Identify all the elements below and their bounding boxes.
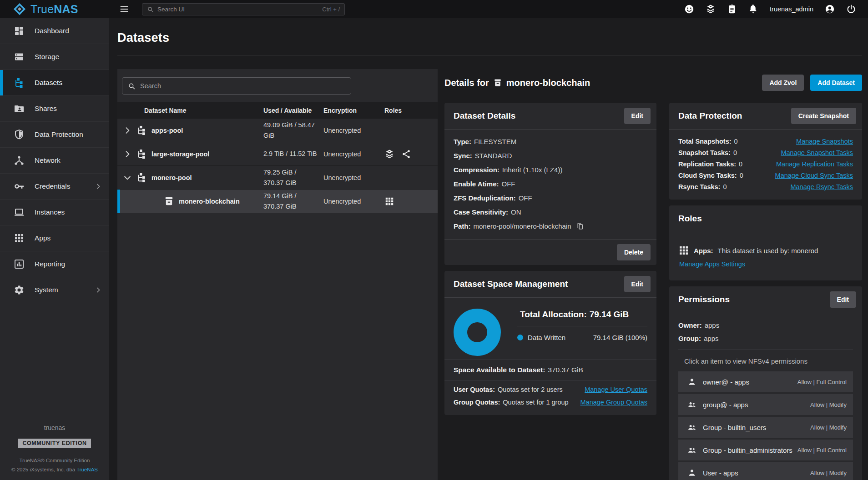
permission-level: Allow | Full Control xyxy=(797,379,847,385)
permissions-title: Permissions xyxy=(678,295,730,305)
alerts-bell-icon[interactable] xyxy=(748,4,758,14)
sidebar-item-system[interactable]: System xyxy=(0,277,109,303)
legend-data-written: Data Written 79.14 GiB (100%) xyxy=(517,326,647,349)
jobs-clipboard-icon[interactable] xyxy=(727,4,737,14)
permission-item[interactable]: owner@ - apps Allow | Full Control xyxy=(678,371,853,392)
permission-level: Allow | Modify xyxy=(810,424,847,431)
menu-hamburger-icon[interactable] xyxy=(119,4,129,14)
dataset-search[interactable] xyxy=(122,77,351,95)
permission-item[interactable]: group@ - apps Allow | Modify xyxy=(678,394,853,415)
app-title: TrueNAS xyxy=(30,3,78,16)
data-protection-title: Data Protection xyxy=(678,111,742,121)
gear-icon xyxy=(14,285,25,295)
divider xyxy=(444,380,656,380)
power-icon[interactable] xyxy=(846,4,856,14)
main-content: Datasets Dataset Name Used / Available E… xyxy=(109,18,868,480)
footer-edition-line: TrueNAS® Community Edition xyxy=(0,456,109,465)
search-icon xyxy=(128,82,136,90)
datasets-tree-icon xyxy=(136,125,147,135)
total-allocation: Total Allocation:79.14 GiB xyxy=(517,307,647,326)
detail-field: Enable Atime:OFF xyxy=(454,180,647,188)
expander-collapsed-icon[interactable] xyxy=(123,126,132,135)
tree-table-header: Dataset Name Used / Available Encryption… xyxy=(117,102,438,119)
user-avatar-icon[interactable] xyxy=(825,4,835,14)
sidebar-item-label: Storage xyxy=(35,53,59,61)
group-quotas-row: Group Quotas:Quotas set for 1 group Mana… xyxy=(444,399,656,406)
manage-user-quotas-link[interactable]: Manage User Quotas xyxy=(585,386,647,393)
manage-apps-settings-link[interactable]: Manage Apps Settings xyxy=(679,260,745,268)
username-label[interactable]: truenas_admin xyxy=(770,5,813,13)
storage-icon xyxy=(14,51,25,62)
used-available-value: 49.09 GiB / 58.47 GiB xyxy=(263,120,323,140)
create-snapshot-button[interactable]: Create Snapshot xyxy=(791,108,856,124)
sidebar-footer: truenas COMMUNITY EDITION TrueNAS® Commu… xyxy=(0,418,109,480)
tree-row[interactable]: monero-blockchain 79.14 GiB /370.37 GiB … xyxy=(117,190,438,213)
global-search-input[interactable] xyxy=(157,6,318,13)
tree-row[interactable]: apps-pool 49.09 GiB / 58.47 GiB Unencryp… xyxy=(117,119,438,142)
sidebar-item-reporting[interactable]: Reporting xyxy=(0,251,109,277)
truenas-logo[interactable]: TrueNAS xyxy=(0,2,109,16)
sidebar-item-instances[interactable]: Instances xyxy=(0,200,109,225)
sidebar-item-data-protection[interactable]: Data Protection xyxy=(0,122,109,148)
sidebar-item-label: Apps xyxy=(35,234,50,242)
permission-item[interactable]: Group - builtin_users Allow | Modify xyxy=(678,417,853,438)
expander-collapsed-icon[interactable] xyxy=(123,150,132,159)
copy-path-icon[interactable] xyxy=(576,222,584,230)
sidebar-item-credentials[interactable]: Credentials xyxy=(0,174,109,200)
global-search[interactable]: Ctrl + / xyxy=(142,3,345,15)
chevron-right-icon xyxy=(95,286,102,294)
encryption-value: Unencrypted xyxy=(323,150,384,158)
search-icon xyxy=(147,6,154,13)
page-title: Datasets xyxy=(117,31,862,45)
permission-item[interactable]: Group - builtin_administrators Allow | F… xyxy=(678,440,853,460)
dataset-tree-panel: Dataset Name Used / Available Encryption… xyxy=(117,69,438,480)
manage-cloud-sync-tasks-link[interactable]: Manage Cloud Sync Tasks xyxy=(775,172,853,179)
sidebar-item-network[interactable]: Network xyxy=(0,148,109,174)
truenas-footer-link[interactable]: TrueNAS xyxy=(76,467,98,472)
tree-row[interactable]: large-storage-pool 2.9 TiB / 11.52 TiB U… xyxy=(117,142,438,166)
encryption-value: Unencrypted xyxy=(323,127,384,134)
manage-replication-tasks-link[interactable]: Manage Replication Tasks xyxy=(776,160,853,168)
permissions-edit-button[interactable]: Edit xyxy=(830,291,856,308)
detail-field: Sync:STANDARD xyxy=(454,152,647,160)
tree-row[interactable]: monero-pool 79.25 GiB /370.37 GiB Unencr… xyxy=(117,166,438,190)
sidebar-item-dashboard[interactable]: Dashboard xyxy=(0,18,109,44)
sidebar-item-label: Network xyxy=(35,156,61,165)
col-used-available: Used / Available xyxy=(263,107,323,114)
sidebar-item-apps[interactable]: Apps xyxy=(0,225,109,251)
sidebar-item-shares[interactable]: Shares xyxy=(0,96,109,122)
key-icon xyxy=(14,181,25,192)
laptop-icon xyxy=(14,207,25,218)
dataset-name: large-storage-pool xyxy=(151,150,209,158)
manage-snapshots-link[interactable]: Manage Snapshots xyxy=(796,138,853,145)
dataset-search-input[interactable] xyxy=(140,82,345,90)
feedback-smiley-icon[interactable] xyxy=(684,4,694,14)
detail-field: Compression:Inherit (1.10x (LZ4)) xyxy=(454,166,647,174)
add-dataset-button[interactable]: Add Dataset xyxy=(810,75,862,91)
sidebar-item-storage[interactable]: Storage xyxy=(0,44,109,70)
space-management-edit-button[interactable]: Edit xyxy=(624,276,651,292)
manage-snapshot-tasks-link[interactable]: Manage Snapshot Tasks xyxy=(781,149,853,156)
sidebar-item-label: Datasets xyxy=(35,79,62,87)
permission-item[interactable]: User - apps Allow | Modify xyxy=(678,462,853,480)
permission-name: group@ - apps xyxy=(703,401,748,409)
group-icon xyxy=(687,423,696,432)
permissions-hint: Click an item to view NFSv4 permissions xyxy=(678,350,853,371)
user-quotas-row: User Quotas:Quotas set for 2 users Manag… xyxy=(444,386,656,393)
dataset-details-edit-button[interactable]: Edit xyxy=(624,108,651,124)
top-bar: TrueNAS Ctrl + / truenas_admin xyxy=(0,0,868,18)
dataset-bucket-icon xyxy=(164,196,174,206)
details-header: Details for monero-blockchain Add Zvol A… xyxy=(444,75,862,91)
hostname-label: truenas xyxy=(0,424,109,431)
expander-expanded-icon[interactable] xyxy=(123,173,132,182)
detail-field: Path:monero-pool/monero-blockchain xyxy=(454,222,647,230)
details-title: Details for monero-blockchain xyxy=(444,78,590,88)
delete-dataset-button[interactable]: Delete xyxy=(617,244,651,260)
manage-rsync-tasks-link[interactable]: Manage Rsync Tasks xyxy=(790,183,853,190)
systems-icon[interactable] xyxy=(706,4,716,14)
add-zvol-button[interactable]: Add Zvol xyxy=(762,75,804,91)
data-protection-row: Total Snapshots:0 Manage Snapshots xyxy=(678,138,853,145)
dataset-name: monero-blockchain xyxy=(179,198,240,205)
sidebar-item-datasets[interactable]: Datasets xyxy=(0,70,109,96)
manage-group-quotas-link[interactable]: Manage Group Quotas xyxy=(580,399,647,406)
